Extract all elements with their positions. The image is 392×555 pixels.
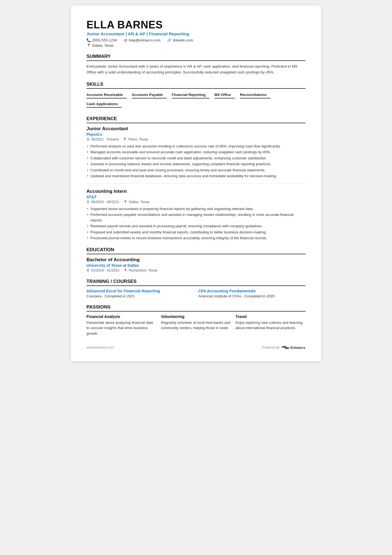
job-title: Accounting Intern: [86, 189, 306, 194]
training-item-title: Advanced Excel for Financial Reporting: [86, 289, 194, 293]
skill-tag: Cash Applications: [86, 101, 122, 108]
education-title: EDUCATION: [86, 247, 306, 254]
training-section: TRAINING / COURSES Advanced Excel for Fi…: [86, 279, 306, 298]
location-row: 📍 Dallas, Texas: [86, 43, 306, 48]
brand-name: Enhancv: [291, 346, 306, 350]
location-text: Dallas, Texas: [92, 43, 114, 48]
passions-section: PASSIONS Financial AnalysisPassionate ab…: [86, 304, 306, 336]
bullet-item: Managed accounts receivable and ensured …: [86, 149, 306, 155]
edu-institution: University of Texas at Dallas: [86, 263, 306, 268]
resume-page: ELLA BARNES Junior Accountant | AR & AP …: [71, 6, 321, 361]
edu-location-item: 📍 Richardson, Texas: [123, 268, 157, 273]
phone-text: (555) 555-1234: [92, 38, 117, 42]
education-section: EDUCATION Bachelor of Accounting Univers…: [86, 247, 306, 273]
job-company: AT&T: [86, 195, 306, 199]
skill-tag: Financial Reporting: [172, 92, 209, 98]
training-item: Advanced Excel for Financial ReportingCo…: [86, 289, 194, 298]
footer-website: www.enhancv.com: [86, 346, 114, 349]
passion-item: Financial AnalysisPassionate about analy…: [86, 314, 157, 336]
experience-section: EXPERIENCE Junior AccountantPepsiCo 🗓 06…: [86, 116, 306, 241]
candidate-name: ELLA BARNES: [86, 19, 306, 31]
header: ELLA BARNES Junior Accountant | AR & AP …: [86, 19, 306, 48]
contact-row: 📞 (555) 555-1234 @ help@enhancv.com 🔗 li…: [86, 38, 306, 42]
edu-location: Richardson, Texas: [129, 268, 157, 272]
summary-section: SUMMARY Enthusiastic Junior Accountant w…: [86, 54, 306, 75]
summary-text: Enthusiastic Junior Accountant with 3 ye…: [86, 64, 306, 75]
bullet-item: Performed analysis on past due accounts …: [86, 144, 306, 149]
job-company: PepsiCo: [86, 132, 306, 137]
linkedin-text: linkedin.com: [173, 38, 193, 42]
passion-item: VolunteeringRegularly volunteer at local…: [161, 314, 231, 336]
summary-title: SUMMARY: [86, 54, 306, 61]
bullet-item: Assisted in processing balance sheets an…: [86, 161, 306, 167]
skill-tag: Accounts Payable: [132, 92, 167, 98]
experience-title: EXPERIENCE: [86, 116, 306, 123]
passion-text: Passionate about analyzing financial dat…: [86, 320, 157, 336]
bullet-item: Prepared and submitted weekly and monthl…: [86, 230, 306, 235]
training-item-detail: American Institute of CPAs - Completed i…: [198, 294, 306, 298]
job-meta: 🗓 06/2021 - Present 📍 Plano, Texas: [86, 137, 306, 142]
skill-tag: Accounts Receivable: [86, 92, 127, 98]
powered-by-text: Powered by: [262, 346, 279, 349]
skill-tag: Reconciliations: [240, 92, 271, 98]
job-bullets: Performed analysis on past due accounts …: [86, 144, 306, 179]
skills-section: SKILLS Accounts ReceivableAccounts Payab…: [86, 82, 306, 110]
bullet-item: Performed accounts payable reconciliatio…: [86, 212, 306, 223]
training-item-title: CPA Accounting Fundamentals: [198, 289, 306, 293]
experience-block: Accounting InternAT&T 🗓 06/2020 - 06/202…: [86, 189, 306, 241]
bullet-item: Reviewed payroll records and assisted in…: [86, 223, 306, 229]
bullet-item: Collaborated with customer service to re…: [86, 156, 306, 161]
location-item: 📍 Dallas, Texas: [86, 43, 114, 48]
edu-location-icon: 📍: [123, 268, 128, 273]
candidate-subtitle: Junior Accountant | AR & AP | Financial …: [86, 31, 306, 36]
phone-icon: 📞: [86, 38, 91, 42]
bullet-item: Supported senior accountants in preparin…: [86, 206, 306, 212]
location-icon: 📍: [86, 43, 91, 48]
skills-title: SKILLS: [86, 82, 306, 89]
footer-brand: Powered by Enhancv: [262, 345, 306, 350]
training-item: CPA Accounting FundamentalsAmerican Inst…: [198, 289, 306, 298]
job-meta: 🗓 06/2020 - 06/2021 📍 Dallas, Texas: [86, 200, 306, 204]
skills-container: Accounts ReceivableAccounts PayableFinan…: [86, 92, 306, 110]
edu-degree: Bachelor of Accounting: [86, 257, 306, 263]
job-date-item: 🗓 06/2020 - 06/2021: [86, 200, 119, 204]
training-container: Advanced Excel for Financial ReportingCo…: [86, 289, 306, 298]
footer: www.enhancv.com Powered by Enhancv: [86, 345, 306, 350]
passion-text: Enjoy exploring new cultures and learnin…: [235, 320, 306, 331]
job-date: 06/2020 - 06/2021: [91, 200, 119, 204]
passion-text: Regularly volunteer at local food banks …: [161, 320, 231, 331]
loc-icon: 📍: [123, 200, 128, 204]
passion-title: Financial Analysis: [86, 314, 157, 319]
loc-icon: 📍: [123, 137, 127, 142]
experience-container: Junior AccountantPepsiCo 🗓 06/2021 - Pre…: [86, 126, 306, 241]
calendar-icon: 🗓: [86, 268, 90, 272]
job-bullets: Supported senior accountants in preparin…: [86, 206, 306, 241]
job-title: Junior Accountant: [86, 126, 306, 132]
edu-date: 01/2018 - 01/2022: [91, 268, 119, 272]
training-title: TRAINING / COURSES: [86, 279, 306, 286]
cal-icon: 🗓: [86, 137, 90, 141]
job-date-item: 🗓 06/2021 - Present: [86, 137, 119, 141]
passions-title: PASSIONS: [86, 304, 306, 312]
bullet-item: Processed journal entries to record busi…: [86, 235, 306, 241]
logo-svg: [281, 345, 290, 350]
edu-date-item: 🗓 01/2018 - 01/2022: [86, 268, 119, 272]
bullet-item: Contributed to month-end and year-end cl…: [86, 167, 306, 173]
job-location-item: 📍 Dallas, Texas: [123, 200, 149, 204]
email-text: help@enhancv.com: [129, 38, 160, 42]
linkedin-icon: 🔗: [167, 38, 172, 42]
edu-meta: 🗓 01/2018 - 01/2022 📍 Richardson, Texas: [86, 268, 306, 273]
email-item: @ help@enhancv.com: [124, 38, 160, 42]
training-item-detail: Coursera - Completed in 2021: [86, 294, 194, 298]
passion-title: Travel: [235, 314, 306, 319]
job-location: Plano, Texas: [128, 137, 148, 141]
job-date: 06/2021 - Present: [91, 137, 119, 141]
linkedin-item: 🔗 linkedin.com: [167, 38, 193, 42]
passion-item: TravelEnjoy exploring new cultures and l…: [235, 314, 306, 336]
job-location: Dallas, Texas: [129, 200, 149, 204]
passion-title: Volunteering: [161, 314, 231, 319]
skill-tag: MS Office: [214, 92, 235, 98]
cal-icon: 🗓: [86, 200, 90, 204]
job-location-item: 📍 Plano, Texas: [123, 137, 148, 142]
enhancv-logo: Enhancv: [281, 345, 306, 350]
